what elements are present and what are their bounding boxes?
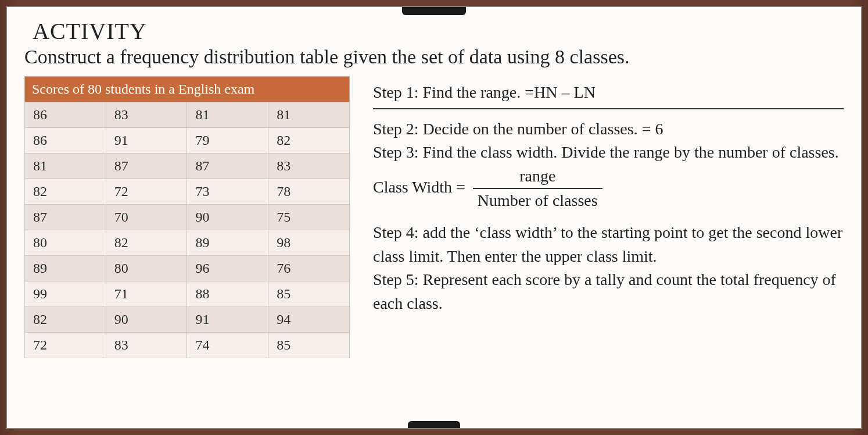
cell: 71 xyxy=(106,281,187,307)
slide-card: ACTIVITY Construct a frequency distribut… xyxy=(6,6,862,429)
fraction: range Number of classes xyxy=(473,165,602,213)
cell: 88 xyxy=(187,281,268,307)
table-row: 89809676 xyxy=(25,256,350,281)
cell: 90 xyxy=(187,205,268,230)
class-width-label: Class Width = xyxy=(373,178,465,196)
table-row: 86917982 xyxy=(25,128,350,154)
cell: 94 xyxy=(268,307,350,333)
fraction-denominator: Number of classes xyxy=(473,189,602,213)
scores-table: Scores of 80 students in a English exam … xyxy=(24,76,350,358)
class-width-formula: Class Width = range Number of classes xyxy=(373,165,844,213)
cell: 73 xyxy=(187,179,268,205)
cell: 74 xyxy=(187,333,268,358)
cell: 82 xyxy=(268,128,350,154)
cell: 83 xyxy=(106,333,187,358)
fraction-numerator: range xyxy=(473,165,602,190)
table-row: 99718885 xyxy=(25,281,350,307)
table-body: 86838181 86917982 81878783 82727378 8770… xyxy=(25,102,350,358)
table-row: 82909194 xyxy=(25,307,350,333)
step-4: Step 4: add the ‘class width’ to the sta… xyxy=(373,221,844,268)
step-5: Step 5: Represent each score by a tally … xyxy=(373,268,844,315)
cell: 72 xyxy=(106,179,187,205)
cell: 90 xyxy=(106,307,187,333)
cell: 83 xyxy=(106,102,187,128)
cell: 78 xyxy=(268,179,350,205)
table-row: 86838181 xyxy=(25,102,350,128)
step-2: Step 2: Decide on the number of classes.… xyxy=(373,117,844,141)
table-row: 82727378 xyxy=(25,179,350,205)
cell: 75 xyxy=(268,205,350,230)
binder-tab-top xyxy=(402,7,466,15)
activity-heading: ACTIVITY xyxy=(33,17,844,45)
cell: 81 xyxy=(187,102,268,128)
cell: 87 xyxy=(106,154,187,179)
cell: 85 xyxy=(268,281,350,307)
activity-subheading: Construct a frequency distribution table… xyxy=(24,46,844,68)
cell: 80 xyxy=(25,230,106,256)
cell: 79 xyxy=(187,128,268,154)
step-1: Step 1: Find the range. =HN – LN xyxy=(373,81,844,109)
cell: 80 xyxy=(106,256,187,281)
cell: 83 xyxy=(268,154,350,179)
table-row: 72837485 xyxy=(25,333,350,358)
binder-tab-bottom xyxy=(408,421,460,428)
cell: 86 xyxy=(25,128,106,154)
cell: 70 xyxy=(106,205,187,230)
cell: 82 xyxy=(106,230,187,256)
cell: 96 xyxy=(187,256,268,281)
cell: 82 xyxy=(25,307,106,333)
cell: 82 xyxy=(25,179,106,205)
step-3: Step 3: Find the class width. Divide the… xyxy=(373,141,844,165)
cell: 86 xyxy=(25,102,106,128)
cell: 87 xyxy=(187,154,268,179)
table-row: 87709075 xyxy=(25,205,350,230)
cell: 81 xyxy=(268,102,350,128)
cell: 87 xyxy=(25,205,106,230)
cell: 85 xyxy=(268,333,350,358)
content-row: Scores of 80 students in a English exam … xyxy=(24,76,844,358)
cell: 89 xyxy=(187,230,268,256)
cell: 99 xyxy=(25,281,106,307)
cell: 98 xyxy=(268,230,350,256)
cell: 76 xyxy=(268,256,350,281)
table-row: 80828998 xyxy=(25,230,350,256)
cell: 91 xyxy=(106,128,187,154)
table-row: 81878783 xyxy=(25,154,350,179)
cell: 72 xyxy=(25,333,106,358)
cell: 91 xyxy=(187,307,268,333)
cell: 89 xyxy=(25,256,106,281)
cell: 81 xyxy=(25,154,106,179)
steps-panel: Step 1: Find the range. =HN – LN Step 2:… xyxy=(373,76,844,315)
table-title: Scores of 80 students in a English exam xyxy=(25,77,350,102)
